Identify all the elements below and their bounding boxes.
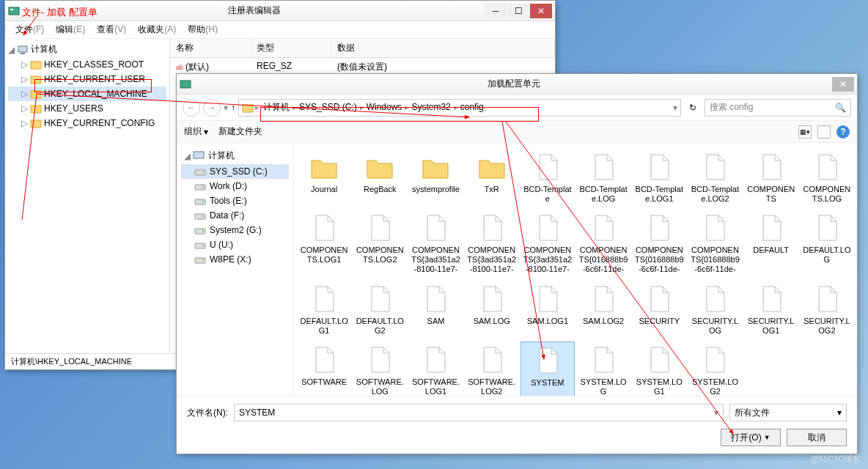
- file-item[interactable]: BCD-Template.LOG1: [632, 149, 686, 207]
- sidebar-drive[interactable]: W8PE (X:): [181, 252, 289, 267]
- registry-tree[interactable]: ◢ 计算机 ▷HKEY_CLASSES_ROOT▷HKEY_CURRENT_US…: [5, 39, 170, 353]
- regedit-title: 注册表编辑器: [24, 4, 485, 17]
- menu-help[interactable]: 帮助(H): [183, 22, 222, 37]
- file-item[interactable]: BCD-Template: [521, 149, 575, 207]
- open-button[interactable]: 打开(O)▼: [721, 429, 781, 446]
- file-item[interactable]: SAM.LOG: [465, 281, 519, 339]
- file-item[interactable]: SOFTWARE.LOG: [353, 341, 407, 396]
- file-item[interactable]: SYSTEM.LOG: [576, 341, 630, 396]
- sidebar-drive[interactable]: Work (D:): [181, 179, 289, 193]
- menu-view[interactable]: 查看(V): [92, 22, 130, 37]
- file-item[interactable]: TxR: [465, 149, 519, 207]
- file-item[interactable]: SOFTWARE.LOG2: [465, 341, 519, 396]
- file-item[interactable]: COMPONENTS.LOG1: [297, 210, 351, 278]
- sidebar-drive[interactable]: Tools (E:): [181, 193, 289, 208]
- tree-key[interactable]: ▷HKEY_LOCAL_MACHINE: [8, 86, 166, 101]
- file-item[interactable]: COMPONENTS{016888b9-6c6f-11de-8...: [632, 210, 686, 278]
- file-item[interactable]: SAM: [408, 281, 463, 339]
- close-button[interactable]: ✕: [530, 4, 552, 18]
- file-item[interactable]: COMPONENTS{3ad351a2-8100-11e7-8...: [408, 210, 463, 278]
- sidebar-drive[interactable]: SYS_SSD (C:): [181, 164, 289, 179]
- folder-icon: [242, 102, 254, 114]
- sidebar-computer[interactable]: ◢ 计算机: [181, 147, 289, 164]
- sidebar-drive[interactable]: Data (F:): [181, 208, 289, 223]
- refresh-button[interactable]: ↻: [684, 99, 702, 117]
- menu-file[interactable]: 文件(F): [11, 22, 48, 37]
- svg-rect-24: [195, 258, 205, 263]
- organize-button[interactable]: 组织 ▾: [184, 125, 208, 138]
- breadcrumb-item[interactable]: Windows: [364, 102, 405, 112]
- file-item[interactable]: SECURITY.LOG2: [800, 281, 854, 339]
- svg-rect-1: [10, 9, 13, 10]
- search-icon: 🔍: [835, 103, 846, 113]
- file-item[interactable]: SECURITY.LOG: [688, 281, 742, 339]
- dialog-close-button[interactable]: ✕: [832, 77, 854, 92]
- file-item[interactable]: systemprofile: [408, 149, 463, 207]
- breadcrumb-item[interactable]: System32: [408, 102, 453, 112]
- up-button[interactable]: ↑: [231, 103, 235, 113]
- tree-root[interactable]: ◢ 计算机: [8, 42, 166, 57]
- regedit-titlebar: 注册表编辑器 ─ ☐ ✕: [5, 1, 555, 21]
- file-item[interactable]: SYSTEM.LOG2: [688, 341, 742, 396]
- file-item[interactable]: COMPONENTS.LOG2: [353, 210, 407, 278]
- breadcrumb-item[interactable]: 计算机: [260, 102, 293, 112]
- svg-rect-22: [195, 243, 205, 248]
- file-grid[interactable]: JournalRegBacksystemprofileTxRBCD-Templa…: [294, 143, 857, 396]
- svg-point-19: [202, 215, 204, 217]
- search-input[interactable]: 搜索 config 🔍: [705, 99, 851, 117]
- file-item[interactable]: SOFTWARE.LOG1: [408, 341, 463, 396]
- file-item[interactable]: SECURITY: [632, 281, 686, 339]
- file-item[interactable]: DEFAULT: [744, 210, 798, 278]
- preview-button[interactable]: [817, 125, 831, 139]
- sidebar-drive[interactable]: System2 (G:): [181, 223, 289, 237]
- maximize-button[interactable]: ☐: [507, 4, 529, 18]
- filter-select[interactable]: 所有文件▾: [729, 404, 847, 421]
- col-data[interactable]: 数据: [331, 39, 555, 57]
- file-item[interactable]: COMPONENTS{3ad351a2-8100-11e7-8...: [465, 210, 519, 278]
- col-name[interactable]: 名称: [170, 39, 251, 57]
- file-item[interactable]: BCD-Template.LOG2: [688, 149, 742, 207]
- menu-edit[interactable]: 编辑(E): [51, 22, 89, 37]
- tree-key[interactable]: ▷HKEY_USERS: [8, 101, 166, 116]
- view-button[interactable]: ▦▾: [798, 125, 812, 139]
- menu-fav[interactable]: 收藏夹(A): [133, 22, 180, 37]
- file-item[interactable]: SAM.LOG1: [521, 281, 575, 339]
- svg-point-23: [202, 245, 204, 246]
- svg-rect-12: [195, 170, 205, 175]
- help-button[interactable]: ?: [836, 125, 850, 139]
- file-item[interactable]: COMPONENTS: [744, 149, 798, 207]
- svg-rect-7: [31, 106, 41, 113]
- file-item[interactable]: DEFAULT.LOG: [800, 210, 854, 278]
- tree-key[interactable]: ▷HKEY_CLASSES_ROOT: [8, 57, 166, 72]
- file-item[interactable]: COMPONENTS{016888b9-6c6f-11de-8...: [576, 210, 630, 278]
- file-item[interactable]: COMPONENTS{3ad351a2-8100-11e7-8...: [521, 210, 575, 278]
- file-item[interactable]: COMPONENTS.LOG: [800, 149, 854, 207]
- filename-input[interactable]: SYSTEM▾: [234, 404, 724, 421]
- regedit-icon: [8, 5, 20, 17]
- sidebar-drive[interactable]: U (U:): [181, 237, 289, 252]
- svg-rect-18: [195, 214, 205, 219]
- col-type[interactable]: 类型: [251, 39, 331, 57]
- file-item[interactable]: BCD-Template.LOG: [576, 149, 630, 207]
- file-item[interactable]: SOFTWARE: [297, 341, 351, 396]
- file-item[interactable]: RegBack: [353, 149, 407, 207]
- breadcrumb[interactable]: ▸ 计算机▸SYS_SSD (C:)▸Windows▸System32▸conf…: [238, 99, 681, 117]
- breadcrumb-item[interactable]: SYS_SSD (C:): [296, 102, 360, 112]
- file-item[interactable]: SECURITY.LOG1: [744, 281, 798, 339]
- tree-key[interactable]: ▷HKEY_CURRENT_CONFIG: [8, 116, 166, 130]
- forward-button[interactable]: →: [203, 99, 221, 117]
- file-item[interactable]: SYSTEM.LOG1: [632, 341, 686, 396]
- tree-key[interactable]: ▷HKEY_CURRENT_USER: [8, 72, 166, 86]
- minimize-button[interactable]: ─: [485, 4, 507, 18]
- breadcrumb-item[interactable]: config: [457, 102, 487, 112]
- nav-bar: ← → ▾ ↑ ▸ 计算机▸SYS_SSD (C:)▸Windows▸Syste…: [177, 95, 857, 121]
- file-item[interactable]: DEFAULT.LOG1: [297, 281, 351, 339]
- file-item[interactable]: SAM.LOG2: [576, 281, 630, 339]
- back-button[interactable]: ←: [183, 99, 200, 117]
- cancel-button[interactable]: 取消: [787, 429, 847, 446]
- file-item[interactable]: Journal: [297, 149, 351, 207]
- new-folder-button[interactable]: 新建文件夹: [218, 125, 262, 138]
- file-item[interactable]: SYSTEM: [521, 341, 575, 396]
- file-item[interactable]: DEFAULT.LOG2: [353, 281, 407, 339]
- file-item[interactable]: COMPONENTS{016888b9-6c6f-11de-8...: [688, 210, 742, 278]
